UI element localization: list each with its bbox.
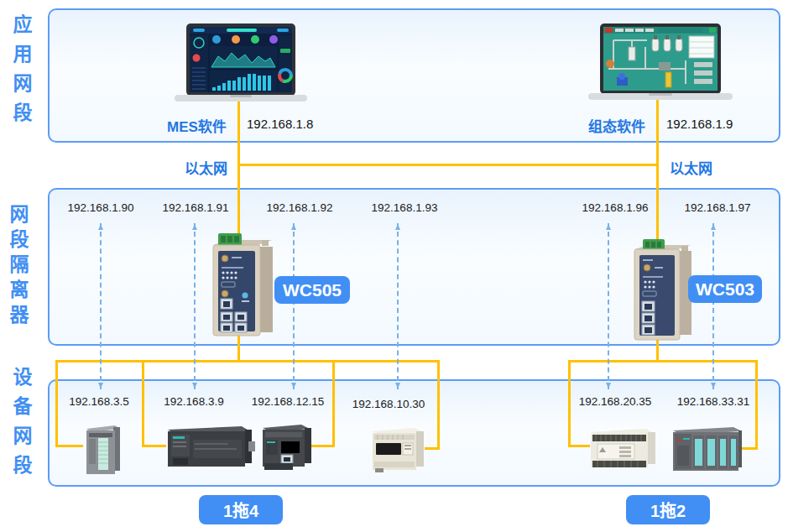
mapping-arrow-3 <box>293 223 295 389</box>
isolator-segment-label: 网段隔离器 <box>8 204 27 330</box>
drop-line-1 <box>55 360 58 447</box>
plc1-ip: 192.168.3.5 <box>69 395 128 408</box>
group2-badge: 1拖2 <box>626 495 710 524</box>
ethernet-line-horizontal <box>237 164 659 166</box>
wc503-badge: WC503 <box>688 275 762 303</box>
plc5-ip: 192.168.20.35 <box>579 395 651 408</box>
drop-line-6-h <box>742 447 758 450</box>
scada-ip-label: 192.168.1.9 <box>666 117 733 131</box>
network-topology-diagram: 应用网段 网段隔离器 设备网段 <box>0 0 788 532</box>
plc-s7300-module-image <box>81 424 123 474</box>
plc3-ip: 192.168.12.15 <box>252 395 324 408</box>
device-segment-label: 设备网段 <box>11 367 30 484</box>
drop-line-4 <box>437 360 440 450</box>
plc-fx3u-image <box>368 425 428 473</box>
wc503-ip-1: 192.168.1.96 <box>582 201 649 214</box>
mes-laptop-image <box>175 23 307 104</box>
ethernet-label-left: 以太网 <box>185 157 227 178</box>
plc-delta-image <box>586 425 660 471</box>
drop-line-3-h <box>311 445 335 447</box>
wc505-badge: WC505 <box>274 276 350 304</box>
wc505-ip-1: 192.168.1.90 <box>68 201 134 214</box>
wc503-gateway-image <box>629 237 697 342</box>
plc-s7300-rack-image <box>670 424 744 472</box>
drop-line-6 <box>755 360 758 450</box>
plc-s7200-image <box>161 423 255 470</box>
wc505-ip-4: 192.168.1.93 <box>372 201 438 214</box>
drop-line-5 <box>568 360 571 447</box>
plc6-ip: 192.168.33.31 <box>677 395 749 408</box>
ethernet-label-right: 以太网 <box>670 157 712 178</box>
application-segment-label: 应用网段 <box>11 14 30 132</box>
mapping-arrow-5 <box>608 223 609 389</box>
drop-line-1-h <box>55 445 83 447</box>
plc-s71200-image <box>258 421 315 472</box>
plc2-ip: 192.168.3.9 <box>164 395 223 408</box>
wc505-ip-3: 192.168.1.92 <box>267 201 333 214</box>
mapping-arrow-2 <box>194 223 196 389</box>
mes-ip-label: 192.168.1.8 <box>247 117 313 131</box>
mapping-arrow-4 <box>397 223 399 389</box>
bus-line-group2 <box>568 360 758 362</box>
mes-software-label: MES软件 <box>167 115 227 136</box>
wc503-ip-2: 192.168.1.97 <box>685 201 751 214</box>
bus-line-group1 <box>55 360 440 362</box>
drop-line-2 <box>142 360 144 447</box>
scada-laptop-image <box>588 23 733 102</box>
wc505-gateway-image <box>208 232 279 341</box>
drop-line-3 <box>332 360 335 447</box>
group1-badge: 1拖4 <box>199 495 283 524</box>
scada-software-label: 组态软件 <box>588 115 645 136</box>
mapping-arrow-6 <box>712 223 714 389</box>
wc505-ip-2: 192.168.1.91 <box>163 201 229 214</box>
plc4-ip: 192.168.10.30 <box>352 398 425 410</box>
mapping-arrow-1 <box>100 223 102 389</box>
